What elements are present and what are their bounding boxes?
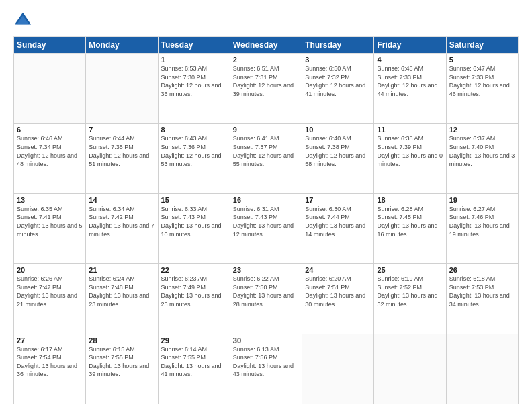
day-number: 10: [305, 126, 371, 134]
day-info: Sunrise: 6:19 AM Sunset: 7:52 PM Dayligh…: [377, 275, 443, 308]
calendar-week-row: 20Sunrise: 6:26 AM Sunset: 7:47 PM Dayli…: [14, 264, 519, 334]
day-info: Sunrise: 6:18 AM Sunset: 7:53 PM Dayligh…: [449, 275, 515, 308]
day-number: 6: [17, 126, 83, 134]
logo: [13, 11, 35, 30]
day-info: Sunrise: 6:27 AM Sunset: 7:46 PM Dayligh…: [449, 205, 515, 238]
calendar-cell: [14, 54, 86, 124]
calendar-cell: 10Sunrise: 6:40 AM Sunset: 7:38 PM Dayli…: [302, 124, 374, 193]
calendar-cell: [86, 54, 158, 124]
day-info: Sunrise: 6:14 AM Sunset: 7:55 PM Dayligh…: [161, 345, 227, 379]
day-number: 18: [377, 196, 443, 204]
calendar-cell: 11Sunrise: 6:38 AM Sunset: 7:39 PM Dayli…: [374, 124, 446, 193]
day-info: Sunrise: 6:37 AM Sunset: 7:40 PM Dayligh…: [449, 134, 515, 168]
weekday-header-friday: Friday: [374, 37, 446, 54]
calendar-cell: 2Sunrise: 6:51 AM Sunset: 7:31 PM Daylig…: [230, 54, 302, 124]
day-info: Sunrise: 6:43 AM Sunset: 7:36 PM Dayligh…: [161, 134, 227, 168]
calendar-cell: 30Sunrise: 6:13 AM Sunset: 7:56 PM Dayli…: [230, 334, 302, 404]
day-number: 22: [161, 266, 227, 274]
day-number: 7: [89, 126, 154, 134]
day-number: 4: [377, 56, 443, 64]
day-number: 1: [161, 56, 227, 64]
day-info: Sunrise: 6:24 AM Sunset: 7:48 PM Dayligh…: [89, 275, 154, 308]
logo-icon: [13, 11, 32, 30]
weekday-header-wednesday: Wednesday: [230, 37, 302, 54]
calendar-cell: 20Sunrise: 6:26 AM Sunset: 7:47 PM Dayli…: [14, 264, 86, 334]
weekday-header-sunday: Sunday: [14, 37, 86, 54]
day-number: 14: [89, 196, 154, 204]
day-info: Sunrise: 6:44 AM Sunset: 7:35 PM Dayligh…: [89, 134, 154, 168]
calendar-table: SundayMondayTuesdayWednesdayThursdayFrid…: [13, 36, 519, 404]
calendar-cell: 21Sunrise: 6:24 AM Sunset: 7:48 PM Dayli…: [86, 264, 158, 334]
day-info: Sunrise: 6:20 AM Sunset: 7:51 PM Dayligh…: [305, 275, 371, 308]
day-number: 27: [17, 336, 83, 345]
calendar-cell: 6Sunrise: 6:46 AM Sunset: 7:34 PM Daylig…: [14, 124, 86, 193]
day-number: 28: [89, 336, 154, 345]
calendar-cell: [374, 334, 446, 404]
calendar-cell: 9Sunrise: 6:41 AM Sunset: 7:37 PM Daylig…: [230, 124, 302, 193]
day-number: 26: [449, 266, 515, 274]
day-info: Sunrise: 6:22 AM Sunset: 7:50 PM Dayligh…: [233, 275, 299, 308]
day-number: 25: [377, 266, 443, 274]
calendar-cell: [302, 334, 374, 404]
day-info: Sunrise: 6:51 AM Sunset: 7:31 PM Dayligh…: [233, 64, 299, 98]
calendar-cell: 18Sunrise: 6:28 AM Sunset: 7:45 PM Dayli…: [374, 193, 446, 263]
day-number: 29: [161, 336, 227, 345]
calendar-cell: 12Sunrise: 6:37 AM Sunset: 7:40 PM Dayli…: [446, 124, 518, 193]
calendar-cell: 29Sunrise: 6:14 AM Sunset: 7:55 PM Dayli…: [158, 334, 230, 404]
day-info: Sunrise: 6:47 AM Sunset: 7:33 PM Dayligh…: [449, 64, 515, 98]
calendar-cell: [446, 334, 518, 404]
calendar-cell: 24Sunrise: 6:20 AM Sunset: 7:51 PM Dayli…: [302, 264, 374, 334]
calendar-cell: 28Sunrise: 6:15 AM Sunset: 7:55 PM Dayli…: [86, 334, 158, 404]
calendar-cell: 22Sunrise: 6:23 AM Sunset: 7:49 PM Dayli…: [158, 264, 230, 334]
day-number: 19: [449, 196, 515, 204]
calendar-week-row: 27Sunrise: 6:17 AM Sunset: 7:54 PM Dayli…: [14, 334, 519, 404]
day-info: Sunrise: 6:31 AM Sunset: 7:43 PM Dayligh…: [233, 205, 299, 238]
day-number: 30: [233, 336, 299, 345]
day-info: Sunrise: 6:48 AM Sunset: 7:33 PM Dayligh…: [377, 64, 443, 98]
calendar-cell: 13Sunrise: 6:35 AM Sunset: 7:41 PM Dayli…: [14, 193, 86, 263]
weekday-header-thursday: Thursday: [302, 37, 374, 54]
calendar-cell: 23Sunrise: 6:22 AM Sunset: 7:50 PM Dayli…: [230, 264, 302, 334]
calendar-week-row: 1Sunrise: 6:53 AM Sunset: 7:30 PM Daylig…: [14, 54, 519, 124]
calendar-cell: 27Sunrise: 6:17 AM Sunset: 7:54 PM Dayli…: [14, 334, 86, 404]
calendar-cell: 5Sunrise: 6:47 AM Sunset: 7:33 PM Daylig…: [446, 54, 518, 124]
weekday-header-row: SundayMondayTuesdayWednesdayThursdayFrid…: [14, 37, 519, 54]
day-info: Sunrise: 6:15 AM Sunset: 7:55 PM Dayligh…: [89, 345, 154, 379]
day-number: 15: [161, 196, 227, 204]
weekday-header-tuesday: Tuesday: [158, 37, 230, 54]
page-header: [13, 11, 519, 30]
weekday-header-saturday: Saturday: [446, 37, 518, 54]
day-info: Sunrise: 6:46 AM Sunset: 7:34 PM Dayligh…: [17, 134, 83, 168]
calendar-cell: 25Sunrise: 6:19 AM Sunset: 7:52 PM Dayli…: [374, 264, 446, 334]
calendar-cell: 4Sunrise: 6:48 AM Sunset: 7:33 PM Daylig…: [374, 54, 446, 124]
day-number: 21: [89, 266, 154, 274]
calendar-cell: 1Sunrise: 6:53 AM Sunset: 7:30 PM Daylig…: [158, 54, 230, 124]
day-info: Sunrise: 6:40 AM Sunset: 7:38 PM Dayligh…: [305, 134, 371, 168]
day-number: 8: [161, 126, 227, 134]
day-info: Sunrise: 6:26 AM Sunset: 7:47 PM Dayligh…: [17, 275, 83, 308]
day-info: Sunrise: 6:17 AM Sunset: 7:54 PM Dayligh…: [17, 345, 83, 379]
day-info: Sunrise: 6:30 AM Sunset: 7:44 PM Dayligh…: [305, 205, 371, 238]
day-info: Sunrise: 6:38 AM Sunset: 7:39 PM Dayligh…: [377, 134, 443, 168]
day-info: Sunrise: 6:50 AM Sunset: 7:32 PM Dayligh…: [305, 64, 371, 98]
calendar-cell: 19Sunrise: 6:27 AM Sunset: 7:46 PM Dayli…: [446, 193, 518, 263]
day-number: 20: [17, 266, 83, 274]
day-info: Sunrise: 6:35 AM Sunset: 7:41 PM Dayligh…: [17, 205, 83, 238]
day-number: 2: [233, 56, 299, 64]
day-number: 24: [305, 266, 371, 274]
day-number: 3: [305, 56, 371, 64]
day-info: Sunrise: 6:53 AM Sunset: 7:30 PM Dayligh…: [161, 64, 227, 98]
calendar-cell: 26Sunrise: 6:18 AM Sunset: 7:53 PM Dayli…: [446, 264, 518, 334]
day-number: 12: [449, 126, 515, 134]
calendar-cell: 3Sunrise: 6:50 AM Sunset: 7:32 PM Daylig…: [302, 54, 374, 124]
day-number: 16: [233, 196, 299, 204]
day-info: Sunrise: 6:13 AM Sunset: 7:56 PM Dayligh…: [233, 345, 299, 379]
day-number: 5: [449, 56, 515, 64]
day-number: 17: [305, 196, 371, 204]
day-info: Sunrise: 6:34 AM Sunset: 7:42 PM Dayligh…: [89, 205, 154, 238]
calendar-week-row: 6Sunrise: 6:46 AM Sunset: 7:34 PM Daylig…: [14, 124, 519, 193]
calendar-cell: 17Sunrise: 6:30 AM Sunset: 7:44 PM Dayli…: [302, 193, 374, 263]
day-number: 9: [233, 126, 299, 134]
day-info: Sunrise: 6:28 AM Sunset: 7:45 PM Dayligh…: [377, 205, 443, 238]
day-number: 13: [17, 196, 83, 204]
